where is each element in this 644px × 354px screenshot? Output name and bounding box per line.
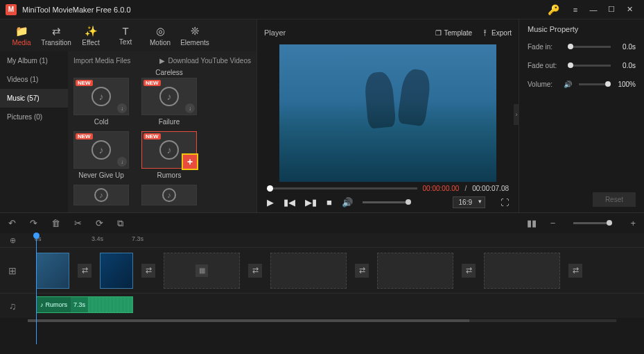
tab-text-label: Text: [119, 38, 132, 46]
fade-in-slider[interactable]: [568, 46, 611, 48]
empty-clip-slot[interactable]: ▦: [164, 253, 240, 289]
sidebar-item-pictures[interactable]: Pictures (0): [0, 108, 68, 126]
timeline-scrollbar[interactable]: [0, 318, 644, 323]
player-panel: Player ❐Template ⭱Export 00:00:00.00 / 0…: [256, 19, 519, 212]
time-total: 00:00:07.08: [472, 185, 509, 192]
folder-icon: 📁: [15, 25, 28, 37]
fullscreen-button[interactable]: ⛶: [501, 198, 509, 208]
sidebar-item-music[interactable]: Music (57): [0, 89, 68, 108]
fade-in-label: Fade in:: [528, 43, 564, 51]
speaker-icon[interactable]: 🔊: [564, 81, 572, 88]
zoom-out-button[interactable]: −: [550, 218, 556, 228]
empty-clip-slot[interactable]: [484, 253, 560, 289]
prev-frame-button[interactable]: ▮◀: [284, 197, 295, 208]
stop-button[interactable]: ■: [327, 197, 332, 208]
download-icon[interactable]: ↓: [185, 103, 195, 113]
tab-effect[interactable]: ✨Effect: [73, 22, 108, 49]
media-item[interactable]: ♪: [73, 185, 129, 205]
template-icon: ❐: [435, 29, 442, 37]
time-ruler[interactable]: 0s 3.4s 7.3s: [25, 233, 644, 247]
audio-clip-rumors[interactable]: ♪Rumors 7.3s: [36, 296, 133, 313]
transition-slot[interactable]: ⇄: [78, 264, 92, 278]
playhead[interactable]: [36, 233, 37, 344]
tab-elements[interactable]: ❊Elements: [177, 22, 212, 49]
play-button[interactable]: ▶: [267, 197, 274, 208]
close-button[interactable]: ✕: [620, 1, 638, 19]
download-icon[interactable]: ↓: [117, 157, 127, 167]
titlebar: M MiniTool MovieMaker Free 6.0.0 🔑 ≡ — ☐…: [0, 0, 644, 19]
music-note-icon: ♪: [159, 140, 179, 160]
new-badge: NEW: [143, 133, 161, 140]
transition-slot[interactable]: ⇄: [568, 264, 582, 278]
media-item-cold[interactable]: NEW♪↓ Cold: [73, 78, 129, 126]
media-item-never-give-up[interactable]: NEW♪↓ Never Give Up: [73, 131, 129, 179]
license-key-icon[interactable]: 🔑: [548, 4, 559, 15]
transition-icon: ⇄: [52, 25, 61, 37]
tab-transition[interactable]: ⇄Transition: [39, 22, 73, 49]
export-button[interactable]: ⭱Export: [482, 29, 512, 37]
download-icon[interactable]: ↓: [117, 103, 127, 113]
volume-slider[interactable]: [363, 201, 411, 203]
transition-slot[interactable]: ⇄: [355, 264, 369, 278]
youtube-icon: ▶: [159, 57, 165, 65]
video-clip-1[interactable]: [36, 253, 69, 289]
music-note-icon: ♪: [162, 188, 176, 202]
maximize-button[interactable]: ☐: [602, 1, 620, 19]
undo-button[interactable]: ↶: [8, 218, 16, 228]
audio-track: ♫ ♪Rumors 7.3s: [0, 293, 644, 318]
add-to-timeline-button[interactable]: +: [183, 155, 197, 169]
delete-button[interactable]: 🗑: [51, 218, 60, 228]
zoom-in-button[interactable]: +: [630, 218, 636, 228]
video-clip-2[interactable]: [100, 253, 133, 289]
tab-text[interactable]: TText: [108, 22, 143, 49]
media-name-careless: Careless: [141, 69, 197, 76]
empty-clip-slot[interactable]: [377, 253, 453, 289]
add-track-button[interactable]: ⊕: [0, 236, 25, 245]
crop-button[interactable]: ⧉: [117, 218, 123, 229]
audio-track-icon[interactable]: ♫: [0, 301, 25, 312]
music-volume-slider[interactable]: [579, 83, 611, 85]
volume-icon[interactable]: 🔊: [342, 197, 353, 208]
reset-button[interactable]: Reset: [593, 192, 636, 207]
export-icon: ⭱: [482, 29, 489, 37]
collapse-handle[interactable]: ›: [514, 104, 519, 125]
video-track: ⊞ ⇄ ⇄ ▦ ⇄ ⇄ ⇄ ⇄: [0, 247, 644, 293]
download-youtube-link[interactable]: ▶Download YouTube Videos: [159, 57, 251, 65]
tab-media[interactable]: 📁Media: [4, 22, 39, 49]
aspect-ratio-select[interactable]: 16:9: [453, 196, 485, 208]
speed-button[interactable]: ⟳: [96, 218, 103, 228]
sidebar-item-album[interactable]: My Album (1): [0, 51, 68, 70]
fade-out-slider[interactable]: [568, 65, 611, 67]
fit-button[interactable]: ▮▮: [527, 218, 537, 228]
zoom-slider[interactable]: [573, 222, 612, 224]
playback-progress[interactable]: [267, 187, 417, 189]
split-button[interactable]: ✂: [74, 218, 82, 228]
new-badge: NEW: [143, 80, 161, 86]
player-title: Player: [264, 28, 286, 37]
transition-slot[interactable]: ⇄: [141, 264, 155, 278]
media-item-rumors[interactable]: NEW♪+ Rumors: [141, 131, 197, 179]
redo-button[interactable]: ↷: [30, 218, 37, 228]
menu-icon[interactable]: ≡: [566, 1, 584, 19]
minimize-button[interactable]: —: [584, 1, 602, 19]
transition-slot[interactable]: ⇄: [248, 264, 262, 278]
import-media-link[interactable]: Import Media Files: [73, 57, 130, 65]
tab-transition-label: Transition: [41, 39, 71, 47]
volume-label: Volume:: [528, 81, 564, 88]
video-preview[interactable]: [279, 44, 496, 182]
media-grid: Import Media Files ▶Download YouTube Vid…: [68, 51, 256, 212]
sidebar-item-videos[interactable]: Videos (1): [0, 70, 68, 89]
new-badge: NEW: [76, 133, 93, 140]
next-frame-button[interactable]: ▶▮: [305, 197, 317, 208]
video-track-icon[interactable]: ⊞: [0, 265, 25, 276]
library-sidebar: My Album (1) Videos (1) Music (57) Pictu…: [0, 51, 68, 212]
elements-icon: ❊: [191, 25, 200, 37]
transition-slot[interactable]: ⇄: [462, 264, 476, 278]
effect-icon: ✨: [85, 25, 98, 37]
media-item[interactable]: ♪: [141, 185, 197, 205]
empty-clip-slot[interactable]: [270, 253, 347, 289]
media-item-failure[interactable]: NEW♪↓ Failure: [141, 78, 197, 126]
tab-motion[interactable]: ◎Motion: [143, 22, 177, 49]
template-button[interactable]: ❐Template: [435, 29, 473, 37]
timeline: ⊕ 0s 3.4s 7.3s ⊞ ⇄ ⇄ ▦ ⇄ ⇄ ⇄ ⇄ ♫ ♪Rumo: [0, 233, 644, 323]
